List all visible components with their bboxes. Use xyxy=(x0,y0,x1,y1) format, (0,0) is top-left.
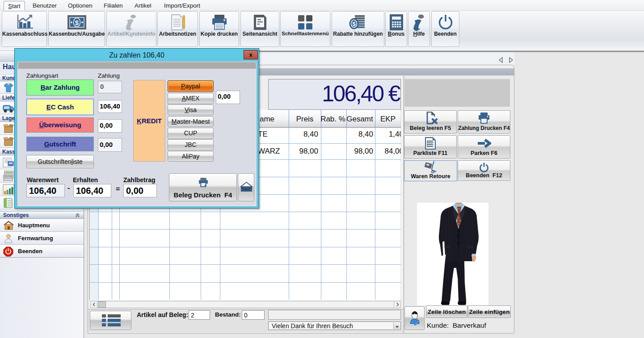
svg-text:EKP: EKP xyxy=(380,115,396,123)
svg-text:ame: ame xyxy=(260,115,274,123)
svg-text:$: $ xyxy=(352,21,356,27)
svg-text:84,00: 84,00 xyxy=(384,147,404,155)
svg-text:TE: TE xyxy=(258,130,268,138)
svg-text:$: $ xyxy=(75,19,79,26)
svg-text:8,40: 8,40 xyxy=(303,130,318,138)
svg-text:8,40: 8,40 xyxy=(358,130,373,138)
svg-text:98,00: 98,00 xyxy=(299,147,318,155)
svg-text:Preis: Preis xyxy=(296,115,314,123)
svg-text:Rab. %: Rab. % xyxy=(320,115,345,123)
svg-text:WARZ: WARZ xyxy=(258,147,280,155)
svg-text:Gesamt: Gesamt xyxy=(346,115,373,123)
svg-text:98,00: 98,00 xyxy=(354,147,373,155)
